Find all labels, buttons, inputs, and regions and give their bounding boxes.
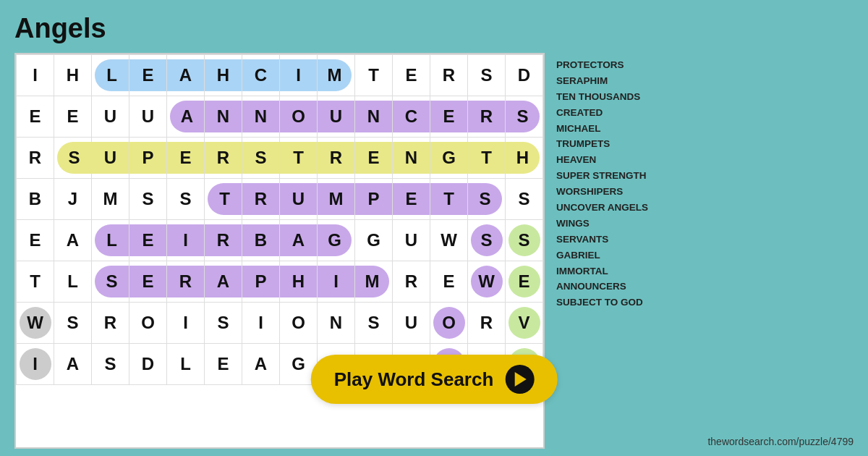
grid-cell: M [318,55,355,96]
grid-cell: T [468,138,506,179]
grid-cell: S [355,303,393,344]
grid-cell: N [242,96,280,138]
grid-cell: U [92,138,129,179]
grid-cell: I [17,344,54,385]
word-list-item: SERVANTS [556,233,672,247]
grid-cell: N [393,138,430,179]
grid-cell: T [355,55,393,96]
grid-cell: T [205,179,242,220]
grid-cell: E [393,55,430,96]
grid-cell: S [54,303,92,344]
word-list-item: IMMORTAL [556,265,672,279]
grid-cell: D [506,55,543,96]
grid-cell: A [167,55,205,96]
grid-cell: E [205,344,242,385]
play-word-search-button[interactable]: Play Word Search [311,355,558,404]
grid-cell: C [242,55,280,96]
grid-cell: U [318,96,355,138]
grid-cell: W [430,220,468,261]
grid-cell: U [393,220,430,261]
word-list-item: WINGS [556,217,672,231]
word-list-item: CREATED [556,106,672,120]
grid-cell: N [355,96,393,138]
word-list-item: GABRIEL [556,249,672,263]
grid-cell: A [205,261,242,303]
word-list-item: TRUMPETS [556,138,672,151]
grid-cell: V [506,303,543,344]
grid-cell: E [17,220,54,261]
grid-cell: O [129,303,167,344]
grid-cell: S [468,220,506,261]
grid-table: IHLEAHCIMTERSDEEUUANNOUNCERSRSUPERSTRENG… [16,54,543,385]
grid-cell: P [242,261,280,303]
grid-cell: A [54,220,92,261]
grid-cell: I [242,303,280,344]
grid-cell: S [205,303,242,344]
grid-cell: C [393,96,430,138]
grid-cell: O [280,303,318,344]
grid-cell: I [280,55,318,96]
grid-cell: H [54,55,92,96]
grid-cell: E [129,261,167,303]
grid-cell: L [92,55,129,96]
word-list-item: UNCOVER ANGELS [556,201,672,215]
grid-cell: W [468,261,506,303]
grid-cell: S [54,138,92,179]
grid-cell: T [17,261,54,303]
grid-cell: E [393,179,430,220]
grid-cell: A [242,344,280,385]
grid-cell: L [92,220,129,261]
grid-cell: D [129,344,167,385]
grid-cell: E [54,96,92,138]
grid-cell: S [506,220,543,261]
grid-cell: P [355,179,393,220]
word-list-item: HEAVEN [556,153,672,167]
grid-cell: R [393,261,430,303]
play-button-overlay: Play Word Search [311,355,558,404]
grid-cell: P [129,138,167,179]
grid-cell: E [167,138,205,179]
grid-cell: R [92,303,129,344]
grid-cell: S [506,96,543,138]
grid-cell: I [167,220,205,261]
grid-cell: R [205,220,242,261]
grid-cell: H [280,261,318,303]
play-icon [505,365,534,394]
grid-cell: S [506,179,543,220]
footer-url: thewordsearch.com/puzzle/4799 [707,436,854,447]
grid-cell: R [430,55,468,96]
grid-cell: I [318,261,355,303]
grid-cell: R [205,138,242,179]
word-list-item: SUPER STRENGTH [556,169,672,183]
grid-cell: N [318,303,355,344]
grid-cell: H [205,55,242,96]
grid-cell: S [92,344,129,385]
grid-cell: S [92,261,129,303]
grid-cell: M [92,179,129,220]
grid-cell: L [54,261,92,303]
grid-cell: T [280,138,318,179]
grid-cell: A [167,96,205,138]
grid-cell: E [355,138,393,179]
grid-cell: S [167,179,205,220]
grid-cell: H [506,138,543,179]
grid-cell: L [167,344,205,385]
word-list-item: ANNOUNCERS [556,280,672,294]
grid-cell: U [393,303,430,344]
grid-cell: W [17,303,54,344]
grid-cell: I [17,55,54,96]
play-triangle-icon [515,372,527,387]
grid-cell: I [167,303,205,344]
grid-cell: O [430,303,468,344]
word-list-item: SERAPHIM [556,75,672,88]
grid-cell: N [205,96,242,138]
grid-cell: E [506,261,543,303]
grid-cell: R [318,138,355,179]
word-list-item: SUBJECT TO GOD [556,296,672,310]
grid-cell: R [468,96,506,138]
grid-cell: S [468,179,506,220]
grid-cell: U [280,179,318,220]
grid-cell: R [242,179,280,220]
grid-cell: A [54,344,92,385]
grid-cell: S [468,55,506,96]
